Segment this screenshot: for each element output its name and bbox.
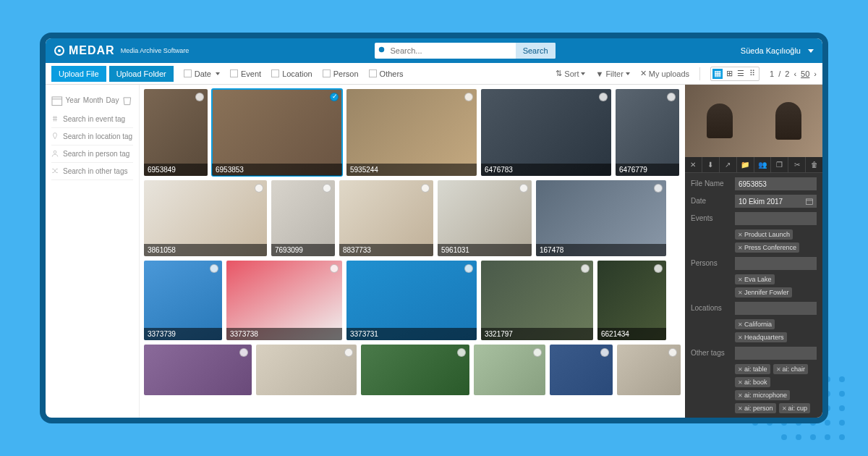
thumbnail[interactable]: 3373739	[144, 261, 222, 340]
filter-others[interactable]: Others	[369, 69, 404, 78]
value-date[interactable]: 10 Ekim 2017	[735, 195, 817, 208]
tag[interactable]: California	[735, 319, 775, 329]
thumbnail[interactable]: 3373738	[226, 261, 342, 340]
tag[interactable]: ai: book	[735, 377, 770, 387]
sidebar-other[interactable]: Search in other tags	[51, 163, 133, 180]
tag[interactable]: Product Launch	[735, 229, 793, 240]
thumbnail[interactable]: 6953853	[212, 89, 342, 176]
search-button[interactable]: Search	[516, 43, 556, 59]
close-icon[interactable]: ✕	[685, 157, 702, 172]
people-icon[interactable]: 👥	[754, 157, 772, 172]
trash-icon[interactable]	[122, 95, 133, 106]
thumbnail[interactable]	[474, 345, 545, 395]
select-circle[interactable]	[464, 264, 473, 273]
user-menu[interactable]: Süeda Kaçılıoğlu	[741, 46, 814, 55]
select-circle[interactable]	[581, 264, 590, 273]
view-thumb-icon[interactable]: ▦	[712, 69, 723, 79]
brand-logo[interactable]: MEDAR	[54, 44, 115, 57]
page-size[interactable]: 50	[801, 69, 809, 78]
thumbnail[interactable]: 6621434	[597, 261, 666, 340]
page-next-icon[interactable]: ›	[814, 69, 817, 78]
tag[interactable]: Press Conference	[735, 242, 799, 253]
select-circle[interactable]	[599, 93, 608, 101]
value-locations-input[interactable]	[735, 302, 817, 315]
select-circle[interactable]	[255, 184, 263, 193]
thumbnail[interactable]: 167478	[536, 180, 666, 256]
tag[interactable]: Eva Lake	[735, 274, 775, 284]
select-circle[interactable]	[519, 184, 528, 193]
tag[interactable]: ai: table	[735, 364, 770, 374]
filter-person[interactable]: Person	[323, 69, 359, 78]
tags-other: ai: tableai: chairai: bookai: microphone…	[735, 364, 817, 413]
select-circle[interactable]	[210, 264, 218, 273]
view-list-icon[interactable]: ☰	[736, 69, 746, 79]
select-circle[interactable]	[330, 264, 339, 273]
filter-location[interactable]: Location	[271, 69, 312, 78]
thumbnail[interactable]: 6953849	[144, 89, 208, 176]
thumbnail[interactable]: 5961031	[438, 180, 532, 256]
select-circle[interactable]	[654, 264, 663, 273]
value-other-input[interactable]	[735, 347, 817, 360]
year-field[interactable]: Year	[66, 96, 80, 104]
select-circle[interactable]	[195, 93, 204, 101]
select-circle[interactable]	[533, 348, 542, 357]
delete-icon[interactable]: 🗑	[806, 157, 822, 172]
page-prev-icon[interactable]: ‹	[793, 69, 796, 78]
thumbnail[interactable]	[144, 345, 252, 395]
crop-icon[interactable]: ✂	[788, 157, 806, 172]
search-input[interactable]	[391, 46, 516, 55]
tag[interactable]: ai: person	[735, 403, 776, 413]
tag[interactable]: ai: microphone	[735, 390, 790, 400]
thumbnail[interactable]: 5935244	[346, 89, 477, 176]
select-circle[interactable]	[654, 184, 663, 193]
select-circle[interactable]	[668, 348, 677, 357]
select-circle[interactable]	[330, 93, 339, 101]
thumbnail[interactable]	[361, 345, 469, 395]
select-circle[interactable]	[421, 184, 430, 193]
thumbnail[interactable]: 7693099	[271, 180, 335, 256]
folder-icon[interactable]: 📁	[737, 157, 754, 172]
sidebar-event[interactable]: Search in event tag	[51, 111, 133, 128]
sidebar-date: Year Month Day	[51, 90, 133, 111]
thumbnail[interactable]: 3373731	[346, 261, 477, 340]
filter-button[interactable]: ▼ Filter	[595, 69, 629, 78]
day-field[interactable]: Day	[106, 96, 119, 104]
thumb-id: 6621434	[597, 328, 666, 340]
thumbnail[interactable]	[256, 345, 357, 395]
upload-file-button[interactable]: Upload File	[51, 66, 106, 82]
tag[interactable]: ai: cup	[779, 403, 811, 413]
filter-date[interactable]: Date	[184, 69, 220, 78]
sort-button[interactable]: ⇅ Sort	[556, 69, 585, 78]
month-field[interactable]: Month	[83, 96, 103, 104]
value-filename[interactable]: 6953853	[735, 177, 817, 190]
thumbnail[interactable]: 6476779	[616, 89, 679, 176]
select-circle[interactable]	[323, 184, 331, 193]
upload-folder-button[interactable]: Upload Folder	[109, 66, 174, 82]
my-uploads-toggle[interactable]: ✕ My uploads	[640, 69, 689, 78]
value-events-input[interactable]	[735, 212, 817, 225]
thumbnail[interactable]: 8837733	[339, 180, 433, 256]
copy-icon[interactable]: ❐	[771, 157, 788, 172]
download-icon[interactable]: ⬇	[702, 157, 720, 172]
preview-image	[685, 85, 822, 157]
view-small-icon[interactable]: ⠿	[747, 69, 757, 79]
tag[interactable]: Headquarters	[735, 332, 787, 342]
tag[interactable]: Jennifer Fowler	[735, 287, 792, 297]
filter-event[interactable]: Event	[230, 69, 261, 78]
value-persons-input[interactable]	[735, 257, 817, 270]
thumbnail[interactable]: 3321797	[481, 261, 593, 340]
sidebar-location[interactable]: Search in location tag	[51, 128, 133, 145]
share-icon[interactable]: ↗	[720, 157, 737, 172]
tag[interactable]: ai: chair	[773, 364, 809, 374]
select-circle[interactable]	[457, 348, 466, 357]
thumbnail[interactable]	[617, 345, 681, 395]
view-grid-icon[interactable]: ⊞	[724, 69, 734, 79]
select-circle[interactable]	[667, 93, 676, 101]
calendar-icon[interactable]	[806, 198, 813, 205]
thumbnail[interactable]: 3861058	[144, 180, 267, 256]
thumbnail[interactable]	[550, 345, 613, 395]
sidebar-person[interactable]: Search in person tag	[51, 145, 133, 163]
thumb-id: 3373738	[226, 328, 342, 340]
select-circle[interactable]	[464, 93, 473, 101]
thumbnail[interactable]: 6476783	[481, 89, 611, 176]
